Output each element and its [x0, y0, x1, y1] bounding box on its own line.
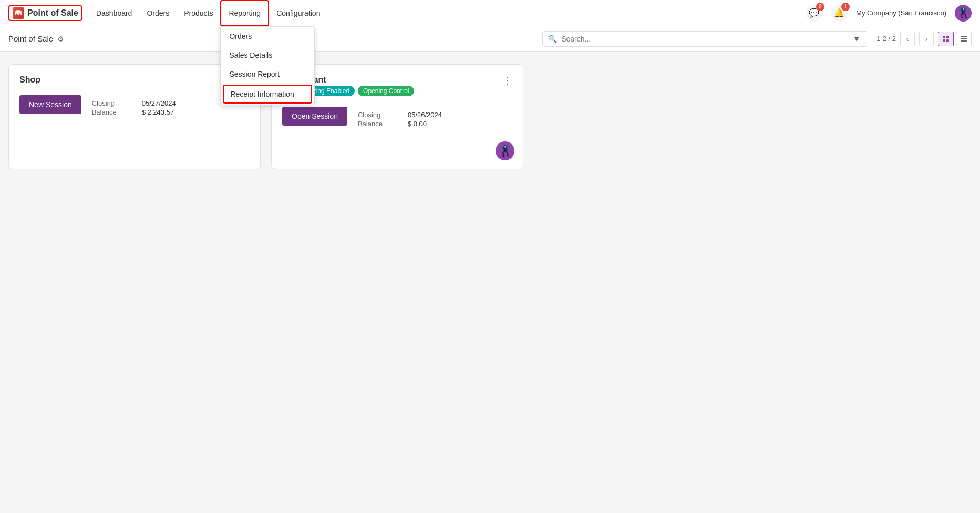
nav-right: 💬 9 🔔 1 My Company (San Francisco) 🦹: [806, 5, 972, 22]
svg-point-3: [19, 13, 21, 15]
restaurant-balance-label: Balance: [358, 120, 383, 128]
shop-card-title: Shop: [19, 75, 250, 85]
restaurant-card-body: Open Session Closing Balance 05/26/2024 …: [282, 102, 512, 158]
shop-card-body: New Session Closing Balance 05/27/2024 $…: [19, 91, 250, 158]
search-input[interactable]: [561, 35, 851, 43]
settings-gear-icon[interactable]: ⚙: [57, 35, 64, 43]
svg-rect-7: [946, 39, 949, 42]
page-title-container: Point of Sale ⚙: [8, 34, 64, 43]
company-name[interactable]: My Company (San Francisco): [856, 9, 946, 17]
alerts-badge: 1: [841, 3, 850, 11]
pagination-prev[interactable]: ‹: [900, 32, 915, 46]
restaurant-closing-date: 05/26/2024: [408, 111, 442, 119]
restaurant-closing-info: Closing Balance: [358, 111, 383, 128]
view-toggle: [938, 32, 972, 46]
nav-item-configuration[interactable]: Configuration: [269, 0, 327, 26]
top-nav: Point of Sale Dashboard Orders Products …: [0, 0, 980, 26]
svg-rect-9: [961, 38, 967, 39]
nav-item-dashboard[interactable]: Dashboard: [89, 0, 140, 26]
view-list-button[interactable]: [956, 32, 972, 46]
restaurant-closing-amount: $ 0.00: [408, 120, 442, 128]
restaurant-closing-section: Closing Balance 05/26/2024 $ 0.00: [358, 111, 512, 128]
svg-rect-10: [961, 40, 967, 42]
restaurant-closing-values: 05/26/2024 $ 0.00: [408, 111, 442, 128]
brand-name: Point of Sale: [27, 8, 78, 18]
opening-control-tag: Opening Control: [358, 86, 414, 96]
pagination-next[interactable]: ›: [919, 32, 934, 46]
shop-closing-label: Closing: [92, 99, 117, 107]
svg-rect-8: [961, 36, 967, 37]
brand-icon: [13, 7, 24, 19]
reporting-menu-sales-details[interactable]: Sales Details: [221, 46, 314, 65]
search-container: 🔍 ▼: [542, 31, 868, 47]
nav-item-reporting[interactable]: Reporting: [220, 0, 269, 26]
svg-rect-5: [946, 36, 949, 38]
view-kanban-button[interactable]: [938, 32, 954, 46]
pagination: 1-2 / 2 ‹ ›: [876, 32, 934, 46]
user-avatar[interactable]: 🦹: [955, 5, 972, 22]
reporting-menu-receipt-information[interactable]: Receipt Information: [223, 85, 312, 104]
search-dropdown-icon[interactable]: ▼: [851, 35, 862, 43]
svg-rect-6: [943, 39, 945, 42]
shop-closing-date: 05/27/2024: [142, 99, 176, 107]
shop-closing-amount: $ 2,243.57: [142, 108, 176, 116]
nav-item-products[interactable]: Products: [177, 0, 220, 26]
messages-button[interactable]: 💬 9: [806, 5, 822, 22]
brand-logo[interactable]: Point of Sale: [8, 5, 82, 21]
messages-badge: 9: [816, 3, 824, 11]
svg-rect-1: [16, 10, 20, 12]
new-session-button[interactable]: New Session: [19, 95, 81, 114]
shop-closing-info: Closing Balance: [92, 99, 117, 116]
open-session-button[interactable]: Open Session: [282, 107, 347, 126]
search-icon: 🔍: [548, 35, 557, 43]
reporting-menu-session-report[interactable]: Session Report: [221, 65, 314, 84]
main-content: Shop New Session Closing Balance 05/27/2…: [0, 52, 980, 182]
nav-item-reporting-wrapper: Reporting Orders Sales Details Session R…: [220, 0, 269, 26]
pagination-text: 1-2 / 2: [876, 35, 896, 43]
svg-point-2: [16, 13, 18, 15]
restaurant-card-menu-button[interactable]: ⋮: [500, 73, 514, 88]
restaurant-card-avatar: 🦹: [496, 141, 514, 160]
svg-rect-4: [943, 36, 945, 38]
shop-balance-label: Balance: [92, 108, 117, 116]
nav-item-orders[interactable]: Orders: [139, 0, 177, 26]
reporting-dropdown: Orders Sales Details Session Report Rece…: [220, 26, 315, 105]
restaurant-closing-label: Closing: [358, 111, 383, 119]
alerts-button[interactable]: 🔔 1: [831, 5, 848, 22]
shop-closing-values: 05/27/2024 $ 2,243.57: [142, 99, 176, 116]
reporting-menu-orders[interactable]: Orders: [221, 27, 314, 46]
page-title: Point of Sale: [8, 34, 53, 43]
secondary-nav: Point of Sale ⚙ 🔍 ▼ 1-2 / 2 ‹ ›: [0, 26, 980, 52]
